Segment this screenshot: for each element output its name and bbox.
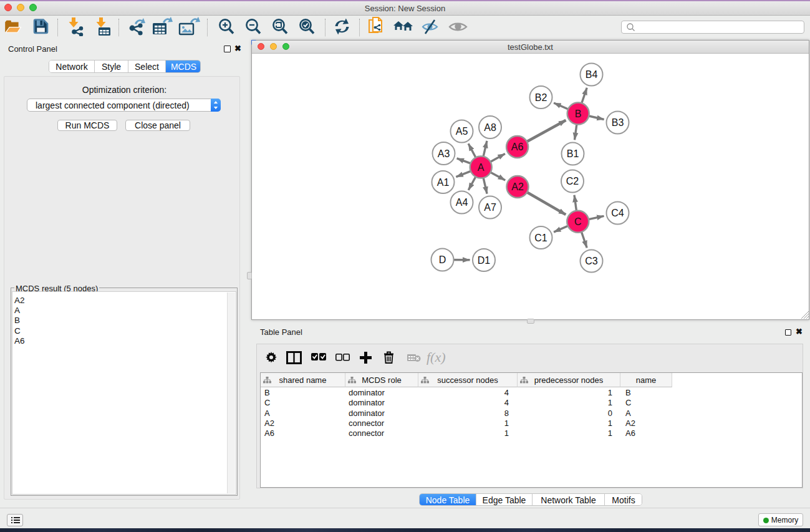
svg-text:B3: B3: [612, 117, 624, 128]
svg-text:D1: D1: [478, 255, 491, 266]
svg-text:C1: C1: [534, 233, 547, 243]
svg-text:B4: B4: [586, 69, 598, 80]
svg-text:A7: A7: [484, 202, 496, 213]
svg-text:A2: A2: [511, 181, 524, 192]
svg-text:D: D: [439, 254, 446, 265]
svg-text:C3: C3: [585, 256, 598, 266]
svg-text:C4: C4: [611, 208, 624, 218]
svg-text:C2: C2: [566, 176, 579, 186]
svg-text:B2: B2: [535, 92, 547, 103]
svg-text:A1: A1: [437, 177, 450, 188]
svg-text:C: C: [574, 216, 582, 227]
svg-text:A6: A6: [511, 142, 524, 152]
svg-text:B1: B1: [567, 148, 579, 159]
svg-text:B: B: [575, 109, 582, 119]
svg-text:A3: A3: [438, 148, 450, 159]
svg-text:A8: A8: [484, 122, 496, 133]
svg-text:A4: A4: [456, 197, 468, 208]
svg-text:A: A: [478, 162, 485, 173]
svg-text:A5: A5: [456, 126, 468, 137]
